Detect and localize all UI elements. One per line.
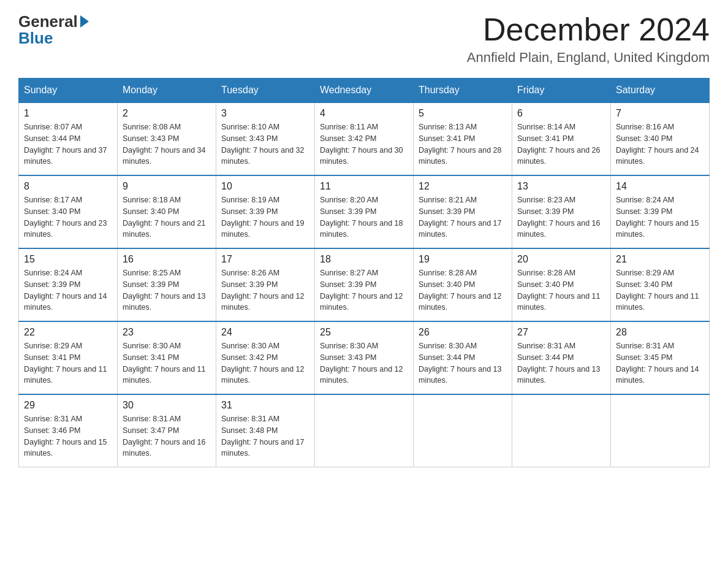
day-info: Sunrise: 8:27 AMSunset: 3:39 PMDaylight:… [320,267,408,313]
day-info: Sunrise: 8:31 AMSunset: 3:48 PMDaylight:… [221,413,309,459]
calendar-table: SundayMondayTuesdayWednesdayThursdayFrid… [18,78,710,467]
day-number: 10 [221,181,309,192]
calendar-cell: 7 Sunrise: 8:16 AMSunset: 3:40 PMDayligh… [611,102,710,175]
logo-blue-text: Blue [18,29,53,48]
calendar-cell: 19 Sunrise: 8:28 AMSunset: 3:40 PMDaylig… [414,248,512,321]
calendar-cell: 22 Sunrise: 8:29 AMSunset: 3:41 PMDaylig… [19,321,118,394]
day-header-wednesday: Wednesday [315,79,414,103]
calendar-cell [611,394,710,467]
day-header-thursday: Thursday [414,79,512,103]
day-number: 19 [419,254,507,265]
calendar-cell: 16 Sunrise: 8:25 AMSunset: 3:39 PMDaylig… [118,248,216,321]
calendar-cell [315,394,414,467]
day-info: Sunrise: 8:31 AMSunset: 3:47 PMDaylight:… [123,413,211,459]
day-info: Sunrise: 8:30 AMSunset: 3:44 PMDaylight:… [419,340,507,386]
day-info: Sunrise: 8:30 AMSunset: 3:42 PMDaylight:… [221,340,309,386]
calendar-cell: 24 Sunrise: 8:30 AMSunset: 3:42 PMDaylig… [216,321,315,394]
logo: General Blue [18,12,89,48]
day-number: 1 [24,108,112,119]
day-number: 2 [123,108,211,119]
day-info: Sunrise: 8:11 AMSunset: 3:42 PMDaylight:… [320,121,408,167]
calendar-cell: 27 Sunrise: 8:31 AMSunset: 3:44 PMDaylig… [512,321,611,394]
day-info: Sunrise: 8:29 AMSunset: 3:41 PMDaylight:… [24,340,112,386]
calendar-cell: 12 Sunrise: 8:21 AMSunset: 3:39 PMDaylig… [414,175,512,248]
days-header-row: SundayMondayTuesdayWednesdayThursdayFrid… [19,79,710,103]
day-info: Sunrise: 8:30 AMSunset: 3:43 PMDaylight:… [320,340,408,386]
day-number: 31 [221,400,309,411]
day-number: 21 [616,254,704,265]
day-info: Sunrise: 8:19 AMSunset: 3:39 PMDaylight:… [221,194,309,240]
day-number: 28 [616,327,704,338]
day-info: Sunrise: 8:10 AMSunset: 3:43 PMDaylight:… [221,121,309,167]
day-info: Sunrise: 8:16 AMSunset: 3:40 PMDaylight:… [616,121,704,167]
month-title: December 2024 [467,12,710,47]
day-number: 8 [24,181,112,192]
day-info: Sunrise: 8:28 AMSunset: 3:40 PMDaylight:… [419,267,507,313]
calendar-cell: 28 Sunrise: 8:31 AMSunset: 3:45 PMDaylig… [611,321,710,394]
day-info: Sunrise: 8:25 AMSunset: 3:39 PMDaylight:… [123,267,211,313]
calendar-cell: 9 Sunrise: 8:18 AMSunset: 3:40 PMDayligh… [118,175,216,248]
day-number: 15 [24,254,112,265]
calendar-cell: 3 Sunrise: 8:10 AMSunset: 3:43 PMDayligh… [216,102,315,175]
day-number: 25 [320,327,408,338]
day-number: 12 [419,181,507,192]
calendar-cell: 11 Sunrise: 8:20 AMSunset: 3:39 PMDaylig… [315,175,414,248]
calendar-cell: 25 Sunrise: 8:30 AMSunset: 3:43 PMDaylig… [315,321,414,394]
day-header-sunday: Sunday [19,79,118,103]
day-info: Sunrise: 8:20 AMSunset: 3:39 PMDaylight:… [320,194,408,240]
calendar-cell: 2 Sunrise: 8:08 AMSunset: 3:43 PMDayligh… [118,102,216,175]
calendar-cell: 26 Sunrise: 8:30 AMSunset: 3:44 PMDaylig… [414,321,512,394]
day-number: 23 [123,327,211,338]
day-info: Sunrise: 8:23 AMSunset: 3:39 PMDaylight:… [517,194,605,240]
day-number: 3 [221,108,309,119]
day-number: 26 [419,327,507,338]
calendar-cell: 18 Sunrise: 8:27 AMSunset: 3:39 PMDaylig… [315,248,414,321]
calendar-cell: 8 Sunrise: 8:17 AMSunset: 3:40 PMDayligh… [19,175,118,248]
calendar-cell: 20 Sunrise: 8:28 AMSunset: 3:40 PMDaylig… [512,248,611,321]
day-number: 7 [616,108,704,119]
day-number: 16 [123,254,211,265]
day-number: 22 [24,327,112,338]
day-info: Sunrise: 8:26 AMSunset: 3:39 PMDaylight:… [221,267,309,313]
day-info: Sunrise: 8:21 AMSunset: 3:39 PMDaylight:… [419,194,507,240]
calendar-cell: 23 Sunrise: 8:30 AMSunset: 3:41 PMDaylig… [118,321,216,394]
day-number: 27 [517,327,605,338]
calendar-cell: 14 Sunrise: 8:24 AMSunset: 3:39 PMDaylig… [611,175,710,248]
calendar-cell: 5 Sunrise: 8:13 AMSunset: 3:41 PMDayligh… [414,102,512,175]
calendar-cell: 31 Sunrise: 8:31 AMSunset: 3:48 PMDaylig… [216,394,315,467]
day-info: Sunrise: 8:31 AMSunset: 3:45 PMDaylight:… [616,340,704,386]
week-row-2: 8 Sunrise: 8:17 AMSunset: 3:40 PMDayligh… [19,175,710,248]
day-number: 6 [517,108,605,119]
day-header-tuesday: Tuesday [216,79,315,103]
day-info: Sunrise: 8:30 AMSunset: 3:41 PMDaylight:… [123,340,211,386]
day-info: Sunrise: 8:24 AMSunset: 3:39 PMDaylight:… [616,194,704,240]
calendar-cell [512,394,611,467]
day-number: 20 [517,254,605,265]
day-info: Sunrise: 8:13 AMSunset: 3:41 PMDaylight:… [419,121,507,167]
day-info: Sunrise: 8:24 AMSunset: 3:39 PMDaylight:… [24,267,112,313]
title-section: December 2024 Annfield Plain, England, U… [467,12,710,66]
day-info: Sunrise: 8:29 AMSunset: 3:40 PMDaylight:… [616,267,704,313]
day-number: 11 [320,181,408,192]
calendar-cell: 29 Sunrise: 8:31 AMSunset: 3:46 PMDaylig… [19,394,118,467]
day-info: Sunrise: 8:28 AMSunset: 3:40 PMDaylight:… [517,267,605,313]
day-header-saturday: Saturday [611,79,710,103]
calendar-cell: 1 Sunrise: 8:07 AMSunset: 3:44 PMDayligh… [19,102,118,175]
day-number: 5 [419,108,507,119]
calendar-cell: 17 Sunrise: 8:26 AMSunset: 3:39 PMDaylig… [216,248,315,321]
day-info: Sunrise: 8:31 AMSunset: 3:46 PMDaylight:… [24,413,112,459]
day-header-friday: Friday [512,79,611,103]
calendar-cell: 15 Sunrise: 8:24 AMSunset: 3:39 PMDaylig… [19,248,118,321]
calendar-cell: 13 Sunrise: 8:23 AMSunset: 3:39 PMDaylig… [512,175,611,248]
day-number: 13 [517,181,605,192]
calendar-cell: 30 Sunrise: 8:31 AMSunset: 3:47 PMDaylig… [118,394,216,467]
calendar-cell: 4 Sunrise: 8:11 AMSunset: 3:42 PMDayligh… [315,102,414,175]
week-row-3: 15 Sunrise: 8:24 AMSunset: 3:39 PMDaylig… [19,248,710,321]
day-number: 17 [221,254,309,265]
day-info: Sunrise: 8:14 AMSunset: 3:41 PMDaylight:… [517,121,605,167]
day-number: 4 [320,108,408,119]
calendar-cell [414,394,512,467]
calendar-cell: 21 Sunrise: 8:29 AMSunset: 3:40 PMDaylig… [611,248,710,321]
day-info: Sunrise: 8:08 AMSunset: 3:43 PMDaylight:… [123,121,211,167]
page-header: General Blue December 2024 Annfield Plai… [18,12,710,66]
